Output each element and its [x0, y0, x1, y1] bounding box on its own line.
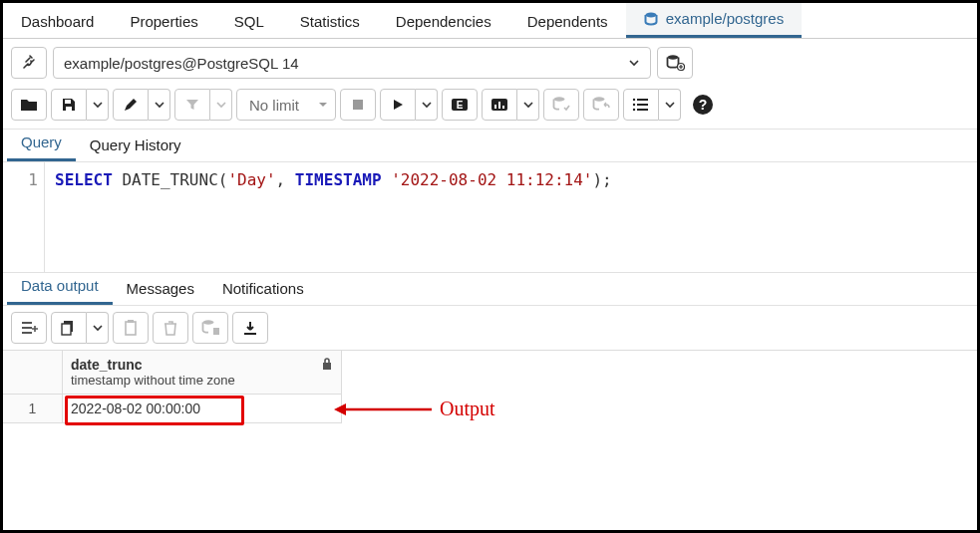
tab-data-output[interactable]: Data output [7, 269, 113, 305]
tab-statistics[interactable]: Statistics [282, 5, 378, 38]
explain-dropdown-button[interactable] [517, 89, 539, 121]
clipboard-icon [123, 319, 139, 337]
sql-editor[interactable]: 1 SELECT DATE_TRUNC('Day', TIMESTAMP '20… [3, 162, 977, 272]
keyword-timestamp: TIMESTAMP [295, 170, 382, 189]
delete-row-button[interactable] [153, 312, 188, 344]
plug-icon [20, 54, 38, 72]
explain-icon: E [451, 97, 469, 113]
chevron-down-icon [422, 100, 432, 110]
commit-button[interactable] [543, 89, 579, 121]
corner-header[interactable] [3, 351, 63, 395]
open-file-button[interactable] [11, 89, 47, 121]
svg-point-0 [645, 13, 656, 18]
result-area: date_trunc timestamp without time zone 1… [3, 350, 977, 423]
punct [382, 170, 392, 189]
lock-icon [321, 357, 333, 371]
copy-icon [61, 320, 77, 336]
tab-dashboard[interactable]: Dashboard [3, 5, 112, 38]
explain-button[interactable]: E [442, 89, 478, 121]
svg-text:?: ? [699, 97, 708, 113]
help-button[interactable]: ? [685, 89, 721, 121]
tab-query-tool-label: example/postgres [666, 10, 784, 27]
svg-rect-21 [126, 322, 136, 335]
chevron-down-icon [665, 100, 675, 110]
db-check-icon [551, 96, 571, 114]
row-limit-label: No limit [249, 97, 299, 114]
filter-dropdown-button[interactable] [210, 89, 232, 121]
punct: , [276, 170, 295, 189]
svg-rect-10 [498, 102, 500, 109]
rollback-button[interactable] [583, 89, 619, 121]
svg-rect-20 [62, 324, 71, 335]
line-number: 1 [3, 170, 38, 189]
save-dropdown-button[interactable] [87, 89, 109, 121]
svg-rect-3 [65, 100, 71, 104]
punct: ( [218, 170, 228, 189]
svg-point-1 [668, 55, 679, 59]
help-icon: ? [692, 94, 714, 116]
editor-content[interactable]: SELECT DATE_TRUNC('Day', TIMESTAMP '2022… [45, 162, 622, 272]
tab-properties[interactable]: Properties [112, 5, 215, 38]
add-row-button[interactable] [11, 312, 47, 344]
annotation-label: Output [440, 398, 495, 420]
macros-button[interactable] [623, 89, 659, 121]
svg-point-12 [554, 97, 565, 101]
svg-rect-5 [353, 100, 363, 110]
connection-label: example/postgres@PostgreSQL 14 [64, 55, 299, 72]
connection-status-button[interactable] [11, 47, 47, 79]
cell-value[interactable]: 2022-08-02 00:00:00 [63, 395, 342, 423]
trash-icon [163, 320, 178, 336]
svg-rect-11 [502, 106, 504, 109]
column-header[interactable]: date_trunc timestamp without time zone [63, 351, 342, 395]
column-type: timestamp without time zone [71, 373, 235, 388]
connection-bar: example/postgres@PostgreSQL 14 [3, 39, 977, 85]
pencil-icon [123, 97, 139, 113]
tab-notifications[interactable]: Notifications [208, 272, 318, 305]
keyword-select: SELECT [55, 170, 113, 189]
paste-button[interactable] [113, 312, 149, 344]
string-literal: '2022-08-02 11:12:14' [391, 170, 592, 189]
svg-rect-22 [128, 320, 134, 323]
tab-query-tool[interactable]: example/postgres [626, 2, 803, 38]
connection-dropdown[interactable]: example/postgres@PostgreSQL 14 [53, 47, 651, 79]
database-plus-icon [665, 54, 685, 72]
tab-messages[interactable]: Messages [113, 272, 208, 305]
copy-button[interactable] [51, 312, 87, 344]
database-icon [644, 12, 658, 26]
save-icon [61, 97, 77, 113]
execute-dropdown-button[interactable] [416, 89, 438, 121]
tab-dependencies[interactable]: Dependencies [378, 5, 509, 38]
new-connection-button[interactable] [657, 47, 693, 79]
filter-button[interactable] [174, 89, 210, 121]
svg-rect-24 [213, 328, 219, 335]
top-tabs: Dashboard Properties SQL Statistics Depe… [3, 3, 977, 39]
svg-point-23 [203, 320, 214, 324]
filter-icon [184, 97, 200, 113]
svg-point-15 [633, 104, 635, 106]
tab-query-history[interactable]: Query History [76, 129, 195, 161]
tab-sql[interactable]: SQL [216, 5, 282, 38]
row-number[interactable]: 1 [3, 395, 63, 423]
download-button[interactable] [232, 312, 268, 344]
svg-point-14 [633, 99, 635, 101]
copy-dropdown-button[interactable] [87, 312, 109, 344]
svg-rect-4 [66, 107, 72, 111]
svg-text:E: E [457, 100, 464, 111]
query-subtabs: Query Query History [3, 129, 977, 162]
execute-button[interactable] [380, 89, 416, 121]
save-data-button[interactable] [192, 312, 228, 344]
chevron-down-icon [523, 100, 533, 110]
db-undo-icon [591, 96, 611, 114]
edit-button[interactable] [113, 89, 149, 121]
tab-query[interactable]: Query [7, 126, 76, 161]
edit-dropdown-button[interactable] [149, 89, 170, 121]
editor-gutter: 1 [3, 162, 45, 272]
row-limit-dropdown[interactable]: No limit [236, 89, 336, 121]
save-button[interactable] [51, 89, 87, 121]
macros-dropdown-button[interactable] [659, 89, 681, 121]
stop-button[interactable] [340, 89, 376, 121]
rows-plus-icon [20, 320, 38, 336]
tab-dependents[interactable]: Dependents [509, 5, 626, 38]
explain-analyze-button[interactable] [482, 89, 517, 121]
list-icon [632, 97, 650, 113]
